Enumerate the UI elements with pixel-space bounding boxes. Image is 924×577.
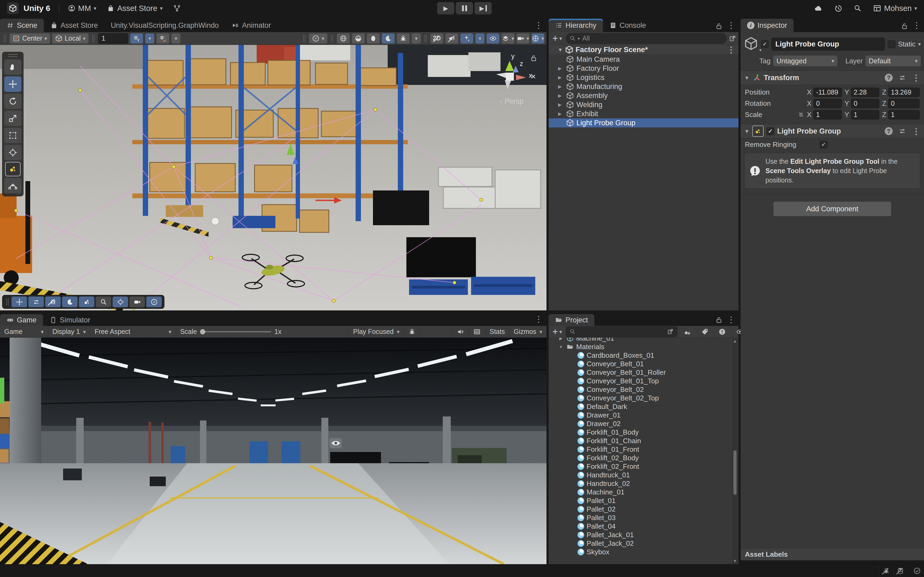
lock-icon[interactable]: [715, 23, 723, 30]
cache-server-disabled-icon[interactable]: [893, 564, 908, 577]
material-item[interactable]: Handtruck_02: [549, 479, 738, 488]
search-icon[interactable]: [854, 4, 862, 12]
scene-viewport[interactable]: y z x ◄ Persp ×: [0, 45, 546, 310]
toolbar-grip[interactable]: [4, 35, 6, 42]
position-z-field[interactable]: 13.269: [888, 88, 920, 97]
material-item[interactable]: Pallet_03: [549, 513, 738, 522]
material-item[interactable]: Cardboard_Boxes_01: [549, 351, 738, 359]
component-menu-icon[interactable]: ⋮: [912, 127, 920, 135]
hierarchy-item[interactable]: ▶ Exhibit: [549, 109, 738, 118]
grid-snap-dropdown[interactable]: ▾: [145, 34, 154, 44]
lock-icon[interactable]: [901, 23, 908, 30]
foldout-icon[interactable]: ▼: [744, 75, 750, 81]
asset-labels-bar[interactable]: Asset Labels: [741, 548, 924, 561]
tool-handle-rotation-dropdown[interactable]: Local▾: [52, 34, 89, 44]
tab-hierarchy[interactable]: Hierarchy: [549, 19, 603, 32]
filter-by-type-button[interactable]: [680, 327, 695, 337]
scene-visibility-toggle[interactable]: [486, 34, 499, 44]
dock-menu-icon[interactable]: ⋮: [535, 21, 546, 29]
panel-menu-icon[interactable]: ⋮: [913, 21, 924, 29]
version-control-button[interactable]: [173, 5, 181, 12]
project-search-box[interactable]: [566, 326, 677, 337]
snap-increment-dropdown[interactable]: ▾: [171, 34, 181, 44]
foldout-icon[interactable]: ▼: [558, 345, 564, 349]
material-item[interactable]: Handtruck_01: [549, 471, 738, 479]
material-item[interactable]: Conveyor_Belt_01_Top: [549, 377, 738, 385]
unlit-mode-button[interactable]: [367, 34, 380, 44]
projection-label[interactable]: ◄ Persp: [498, 97, 523, 105]
lighting-toggle[interactable]: [382, 34, 395, 44]
account-menu[interactable]: MM▾: [68, 4, 96, 13]
transform-tool-button[interactable]: [4, 145, 21, 160]
overlay-gizmo-button[interactable]: [113, 297, 128, 307]
active-checkbox[interactable]: ✓: [761, 40, 769, 48]
material-item[interactable]: Conveyor_Belt_02: [549, 385, 738, 394]
transform-component-header[interactable]: ▼ Transform ? ⋮: [741, 71, 924, 85]
hierarchy-item[interactable]: ▶ Assembly: [549, 91, 738, 100]
foldout-icon[interactable]: ▼: [558, 47, 563, 52]
hierarchy-search-input[interactable]: [582, 34, 723, 42]
create-asset-button[interactable]: +▾: [551, 327, 564, 337]
material-item[interactable]: Drawer_01: [549, 411, 738, 419]
position-x-field[interactable]: -11.089: [813, 88, 842, 97]
foldout-icon[interactable]: ▶: [556, 93, 564, 98]
rotate-tool-button[interactable]: [4, 93, 21, 109]
filter-by-label-button[interactable]: [697, 327, 712, 337]
remove-ringing-checkbox[interactable]: ✓: [820, 141, 827, 148]
debugger-detached-icon[interactable]: [879, 564, 893, 577]
game-viewport[interactable]: [0, 338, 546, 564]
layers-dropdown[interactable]: ▾: [502, 34, 514, 44]
axis-z-label[interactable]: z: [520, 60, 523, 68]
scrollbar-thumb[interactable]: [733, 450, 737, 495]
material-item[interactable]: Skybox: [549, 548, 738, 556]
play-button[interactable]: ▶: [437, 2, 454, 15]
grid-snap-toggle[interactable]: [130, 34, 143, 44]
scale-slider-knob[interactable]: [200, 329, 205, 334]
edit-light-probes-button[interactable]: [5, 162, 21, 176]
scroll-down-icon[interactable]: ▼: [732, 559, 738, 563]
hierarchy-item[interactable]: ▶ Manufacturing: [549, 82, 738, 91]
new-window-icon[interactable]: [667, 328, 674, 335]
pause-button[interactable]: [456, 2, 473, 15]
tab-scene[interactable]: Scene: [0, 19, 44, 32]
audio-toggle[interactable]: [446, 34, 458, 44]
hierarchy-search-box[interactable]: ▾: [566, 33, 727, 44]
tab-asset-store[interactable]: Asset Store: [44, 19, 105, 32]
hierarchy-item[interactable]: ▶ Logistics: [549, 73, 738, 82]
scene-header-row[interactable]: ▼ Factory Floor Scene* ⋮: [549, 45, 738, 55]
tab-console[interactable]: Console: [603, 19, 653, 32]
draw-mode-dropdown[interactable]: ▾: [309, 34, 327, 44]
overlay-grid-toggle[interactable]: [45, 297, 61, 307]
presets-icon[interactable]: [898, 74, 906, 82]
snap-increment-button[interactable]: [157, 34, 169, 44]
dock-menu-icon[interactable]: ⋮: [535, 315, 546, 323]
display-dropdown[interactable]: Display 1▾: [48, 326, 90, 337]
overlay-drag-handle[interactable]: [8, 54, 18, 57]
overlay-drag-handle[interactable]: [6, 298, 8, 306]
view-tool-button[interactable]: [4, 59, 21, 75]
new-window-icon[interactable]: [729, 35, 736, 42]
material-item[interactable]: Forklift_01_Body: [549, 428, 738, 437]
stats-toggle[interactable]: Stats: [485, 326, 509, 337]
shaded-wireframe-button[interactable]: [337, 34, 350, 44]
user-menu[interactable]: Mohsen▾: [873, 4, 917, 13]
panel-menu-icon[interactable]: ⋮: [727, 316, 738, 324]
tag-dropdown[interactable]: Untagged▾: [773, 56, 837, 66]
help-icon[interactable]: ?: [885, 127, 893, 135]
effects-dropdown[interactable]: ▾: [475, 34, 485, 44]
effects-toggle[interactable]: [460, 34, 473, 44]
debug-draw-dropdown[interactable]: ▾: [412, 34, 421, 44]
tool-handle-position-dropdown[interactable]: Center▾: [10, 34, 50, 44]
foldout-icon[interactable]: ▼: [744, 129, 750, 134]
material-item[interactable]: Drawer_02: [549, 419, 738, 428]
step-button[interactable]: ▶: [475, 2, 492, 15]
add-component-button[interactable]: Add Component: [773, 201, 892, 216]
overlay-move-button[interactable]: [11, 297, 27, 307]
project-item-clipped[interactable]: ▶ Machine_01: [549, 338, 738, 342]
scale-x-field[interactable]: 1: [813, 110, 842, 119]
hidden-packages-button[interactable]: [714, 327, 730, 337]
static-checkbox[interactable]: [888, 40, 895, 48]
shaded-mode-button[interactable]: [352, 34, 365, 44]
component-menu-icon[interactable]: ⋮: [912, 74, 920, 82]
tab-graph-window[interactable]: Unity.VisualScripting.GraphWindo: [104, 19, 225, 32]
